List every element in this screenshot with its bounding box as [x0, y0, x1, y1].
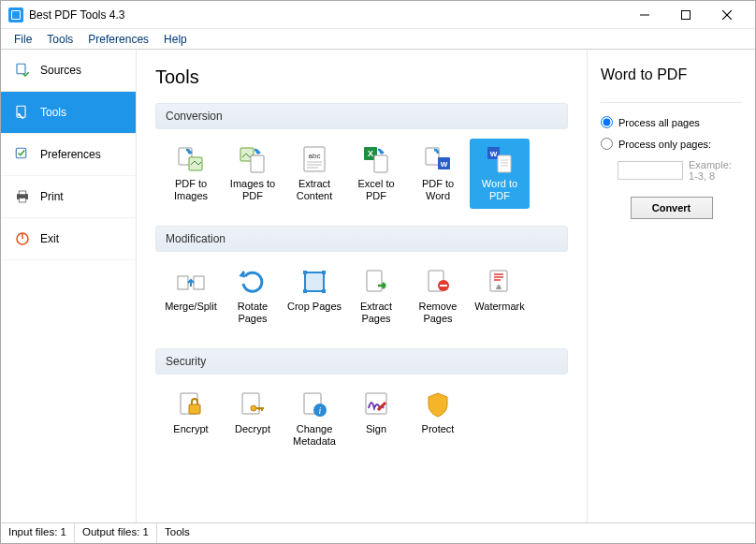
tool-word-to-pdf[interactable]: W Word to PDF	[470, 139, 530, 209]
tool-encrypt[interactable]: Encrypt	[161, 384, 221, 454]
tool-pdf-to-word[interactable]: W PDF to Word	[408, 139, 468, 209]
main-panel: Tools Conversion PDF to Images Images to…	[137, 50, 587, 522]
svg-rect-30	[498, 155, 511, 172]
sources-icon	[14, 62, 31, 79]
svg-rect-35	[194, 276, 204, 289]
tool-sign[interactable]: Sign	[346, 384, 406, 454]
svg-text:i: i	[319, 405, 322, 416]
watermark-icon	[485, 267, 515, 297]
menu-file[interactable]: File	[7, 31, 39, 48]
svg-rect-36	[305, 272, 324, 291]
tool-label: Remove Pages	[410, 301, 466, 324]
svg-rect-48	[242, 393, 259, 414]
tool-rotate-pages[interactable]: Rotate Pages	[223, 261, 283, 331]
exit-icon	[14, 230, 31, 247]
rotate-icon	[238, 267, 268, 297]
minimize-icon	[640, 10, 649, 20]
tool-change-metadata[interactable]: i Change Metadata	[284, 384, 344, 454]
page-title: Tools	[155, 66, 568, 88]
svg-rect-9	[19, 191, 26, 195]
svg-text:abc: abc	[309, 152, 321, 160]
tool-watermark[interactable]: Watermark	[470, 261, 530, 331]
radio-process-only[interactable]	[601, 138, 613, 150]
sidebar-item-preferences[interactable]: Preferences	[1, 134, 136, 176]
tool-remove-pages[interactable]: Remove Pages	[408, 261, 468, 331]
svg-rect-39	[303, 289, 307, 293]
tools-icon	[14, 104, 31, 121]
tool-label: Word to PDF	[472, 178, 528, 201]
svg-rect-4	[17, 64, 25, 74]
sidebar-item-label: Sources	[40, 64, 81, 77]
svg-rect-10	[19, 198, 26, 203]
tool-protect[interactable]: Protect	[408, 384, 468, 454]
radio-process-all[interactable]	[601, 116, 613, 128]
sidebar-item-sources[interactable]: Sources	[1, 50, 136, 92]
convert-button[interactable]: Convert	[631, 197, 713, 219]
tool-crop-pages[interactable]: Crop Pages	[284, 261, 344, 331]
option-label: Process all pages	[618, 117, 700, 128]
section-modification: Modification Merge/Split Rotate Pages Cr…	[155, 226, 568, 335]
maximize-icon	[681, 10, 691, 20]
tool-label: Encrypt	[173, 423, 208, 435]
option-process-all[interactable]: Process all pages	[601, 116, 742, 128]
options-panel: Word to PDF Process all pages Process on…	[587, 50, 755, 522]
svg-rect-40	[322, 289, 326, 293]
svg-rect-37	[303, 271, 307, 274]
svg-rect-16	[251, 155, 264, 172]
preferences-icon	[14, 146, 31, 163]
minimize-button[interactable]	[624, 2, 665, 28]
images-to-pdf-icon	[238, 144, 268, 174]
section-conversion: Conversion PDF to Images Images to PDF a…	[155, 103, 568, 213]
status-input-files: Input files: 1	[1, 523, 75, 543]
remove-pages-icon	[423, 267, 453, 297]
menu-tools[interactable]: Tools	[39, 31, 80, 48]
svg-rect-1	[682, 10, 691, 19]
sidebar-item-label: Tools	[40, 106, 66, 119]
tool-label: Decrypt	[235, 423, 270, 435]
options-title: Word to PDF	[601, 66, 742, 83]
status-context: Tools	[157, 523, 755, 543]
pages-hint: Example: 1-3, 8	[689, 159, 742, 182]
tool-decrypt[interactable]: Decrypt	[223, 384, 283, 454]
svg-text:W: W	[490, 150, 498, 158]
sidebar: Sources Tools Preferences Print Exit	[1, 50, 137, 522]
option-process-only[interactable]: Process only pages:	[601, 138, 742, 150]
tool-label: Crop Pages	[287, 301, 342, 313]
pages-input[interactable]	[618, 161, 683, 180]
pdf-to-word-icon: W	[423, 144, 453, 174]
tool-merge-split[interactable]: Merge/Split	[161, 261, 221, 331]
extract-pages-icon	[361, 267, 391, 297]
svg-rect-34	[178, 276, 188, 289]
sidebar-item-label: Preferences	[40, 148, 101, 161]
print-icon	[14, 188, 31, 205]
menu-preferences[interactable]: Preferences	[80, 31, 156, 48]
statusbar: Input files: 1 Output files: 1 Tools	[1, 522, 755, 543]
tool-label: Excel to PDF	[348, 178, 404, 201]
section-heading: Security	[155, 348, 568, 375]
section-security: Security Encrypt Decrypt i Change Metada…	[155, 348, 568, 458]
status-output-files: Output files: 1	[75, 523, 157, 543]
tool-images-to-pdf[interactable]: Images to PDF	[223, 139, 283, 209]
tool-pdf-to-images[interactable]: PDF to Images	[161, 139, 221, 209]
sidebar-item-tools[interactable]: Tools	[1, 92, 136, 134]
close-button[interactable]	[706, 2, 748, 28]
tool-excel-to-pdf[interactable]: X Excel to PDF	[346, 139, 406, 209]
tool-extract-pages[interactable]: Extract Pages	[346, 261, 406, 331]
divider	[601, 102, 742, 103]
crop-icon	[299, 267, 329, 297]
tool-label: Extract Pages	[348, 301, 404, 324]
sidebar-item-print[interactable]: Print	[1, 176, 136, 218]
tool-label: Images to PDF	[225, 178, 281, 201]
tool-extract-content[interactable]: abc Extract Content	[284, 139, 344, 209]
svg-point-6	[18, 113, 21, 116]
sidebar-item-exit[interactable]: Exit	[1, 218, 136, 260]
menu-help[interactable]: Help	[156, 31, 195, 48]
merge-split-icon	[176, 267, 206, 297]
app-icon	[8, 7, 23, 22]
word-to-pdf-icon: W	[485, 144, 515, 174]
shield-icon	[423, 390, 453, 419]
close-icon	[722, 10, 732, 20]
titlebar: Best PDF Tools 4.3	[1, 1, 755, 29]
maximize-button[interactable]	[665, 2, 706, 28]
decrypt-icon	[238, 390, 268, 419]
